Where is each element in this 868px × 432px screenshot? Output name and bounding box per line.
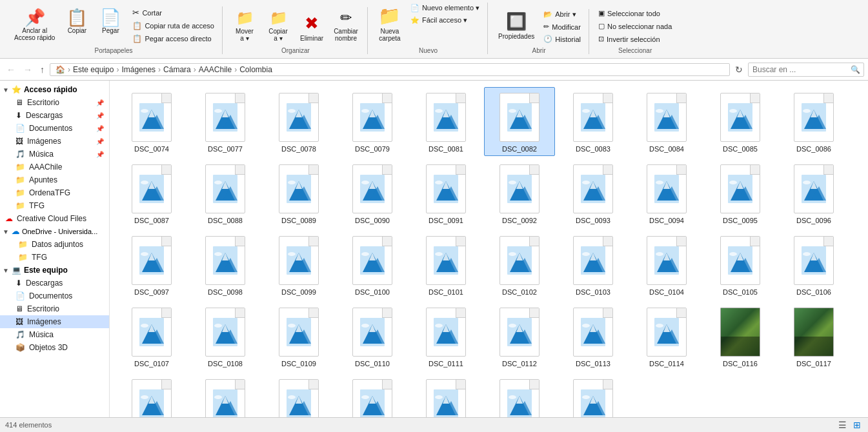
copy-to-button[interactable]: 📁 Copiara ▾ [263,7,294,44]
file-item[interactable]: DSC_0091 [410,159,481,228]
file-item[interactable]: DSC_0120 [263,373,334,417]
file-item[interactable]: DSC_0088 [190,159,261,228]
file-item[interactable]: DSC_0093 [558,159,629,228]
sidebar-item-documentos[interactable]: 📄 Documentos 📌 [0,122,109,135]
file-item[interactable]: DSC_0098 [190,230,261,299]
file-item[interactable]: DSC_0124 [558,373,629,417]
new-item-button[interactable]: 📄 Nuevo elemento ▾ [408,3,482,14]
back-button[interactable]: ← [4,63,18,76]
file-item[interactable]: DSC_0112 [484,302,555,371]
file-item[interactable]: DSC_0092 [484,159,555,228]
file-item[interactable]: DSC_0099 [263,230,334,299]
file-item[interactable]: DSC_0119 [190,373,261,417]
new-folder-button[interactable]: 📁 Nuevacarpeta [374,3,405,44]
file-item[interactable]: DSC_0108 [190,302,261,371]
file-item[interactable]: DSC_0109 [263,302,334,371]
select-none-button[interactable]: ▢ No seleccionar nada [596,21,674,32]
file-item[interactable]: DSC_0078 [263,87,334,156]
sidebar-item-ordenatfg[interactable]: 📁 OrdenaTFG [0,186,109,199]
file-item[interactable]: DSC_0104 [631,230,702,299]
file-item[interactable]: DSC_0106 [778,230,849,299]
breadcrumb[interactable]: 🏠 › Este equipo › Imágenes › Cámara › AA… [50,63,730,76]
up-button[interactable]: ↑ [37,63,47,76]
file-item[interactable]: DSC_0101 [410,230,481,299]
sidebar-item-musica[interactable]: 🎵 Música 📌 [0,148,109,161]
file-item[interactable]: DSC_0114 [631,302,702,371]
sidebar-item-musica2[interactable]: 🎵 Música [0,328,109,341]
file-item[interactable]: DSC_0077 [190,87,261,156]
delete-button[interactable]: ✖ Eliminar [296,11,327,44]
sidebar-item-descargas[interactable]: ⬇ Descargas 📌 [0,109,109,122]
breadcrumb-aaachile[interactable]: AAAChile [199,65,232,74]
paste-button[interactable]: 📄 Pegar [95,6,126,37]
sidebar-item-apuntes[interactable]: 📁 Apuntes [0,173,109,186]
copy-path-button[interactable]: 📋 Copiar ruta de acceso [130,20,217,32]
file-item[interactable]: DSC_0079 [337,87,408,156]
file-item[interactable]: DSC_0085 [705,87,776,156]
move-button[interactable]: 📁 Movera ▾ [229,7,260,44]
file-item[interactable]: DSC_0111 [410,302,481,371]
copy-button[interactable]: 📋 Copiar [61,6,92,37]
file-item[interactable]: DSC_0074 [116,87,187,156]
invert-selection-button[interactable]: ⊡ Invertir selección [596,34,674,44]
sidebar-item-imagenes[interactable]: 🖼 Imágenes 📌 [0,135,109,148]
file-item[interactable]: DSC_0095 [705,159,776,228]
sidebar-item-escritorio2[interactable]: 🖥 Escritorio [0,302,109,315]
forward-button[interactable]: → [21,63,35,76]
easy-access-button[interactable]: ⭐ Fácil acceso ▾ [408,15,482,26]
file-item[interactable]: DSC_0094 [631,159,702,228]
breadcrumb-imagenes[interactable]: Imágenes [121,65,156,74]
open-button[interactable]: 📂 Abrir ▾ [541,9,583,20]
file-item[interactable]: DSC_0090 [337,159,408,228]
sidebar-item-descargas2[interactable]: ⬇ Descargas [0,277,109,290]
file-item[interactable]: DSC_0086 [778,87,849,156]
sidebar-item-aaachile[interactable]: 📁 AAAChile [0,161,109,173]
file-item[interactable]: DSC_0113 [558,302,629,371]
file-item[interactable]: DSC_0081 [410,87,481,156]
file-item[interactable]: DSC_0100 [337,230,408,299]
sidebar-item-escritorio[interactable]: 🖥 Escritorio 📌 [0,96,109,109]
file-item[interactable]: DSC_0122 [410,373,481,417]
details-view-button[interactable]: ☰ [836,419,849,431]
cut-button[interactable]: ✂ Cortar [130,6,217,19]
file-item[interactable]: DSC_0123 [484,373,555,417]
breadcrumb-camara[interactable]: Cámara [163,65,191,74]
refresh-button[interactable]: ↻ [732,63,745,76]
file-item[interactable]: DSC_0083 [558,87,629,156]
file-item[interactable]: DSC_0082 [484,87,555,156]
sidebar-item-documentos2[interactable]: 📄 Documentos [0,290,109,302]
sidebar-item-creative-cloud[interactable]: ☁ Creative Cloud Files [0,212,109,225]
sidebar-item-datos-adjuntos[interactable]: 📁 Datos adjuntos [0,238,109,251]
select-all-button[interactable]: ▣ Seleccionar todo [596,8,674,19]
file-item[interactable]: DSC_0105 [705,230,776,299]
file-item[interactable]: DSC_0121 [337,373,408,417]
sidebar-item-quick-access[interactable]: ▼ ⭐ Acceso rápido [0,83,109,96]
file-item[interactable]: DSC_0107 [116,302,187,371]
pin-button[interactable]: 📌 Anclar alAcceso rápido [10,6,59,44]
modify-button[interactable]: ✏ Modificar [541,21,583,32]
file-item[interactable]: DSC_0097 [116,230,187,299]
file-item[interactable]: DSC_0102 [484,230,555,299]
sidebar-item-onedrive[interactable]: ▼ ☁ OneDrive - Universida... [0,225,109,238]
sidebar-item-tfg[interactable]: 📁 TFG [0,199,109,212]
sidebar-item-este-equipo[interactable]: ▼ 💻 Este equipo [0,264,109,277]
file-item[interactable]: DSC_0116 [705,302,776,371]
breadcrumb-computer[interactable]: Este equipo [73,65,114,74]
file-item[interactable]: DSC_0089 [263,159,334,228]
file-item[interactable]: DSC_0110 [337,302,408,371]
file-item[interactable]: DSC_0084 [631,87,702,156]
file-item[interactable]: DSC_0103 [558,230,629,299]
file-item[interactable]: DSC_0096 [778,159,849,228]
rename-button[interactable]: ✏ Cambiarnombre [330,7,362,44]
file-item[interactable]: DSC_0117 [778,302,849,371]
paste-shortcut-button[interactable]: 📋 Pegar acceso directo [130,33,217,44]
properties-button[interactable]: 🔲 Propiedades [494,9,538,43]
sidebar-item-objetos3d[interactable]: 📦 Objetos 3D [0,341,109,354]
sidebar-item-tfg2[interactable]: 📁 TFG [0,251,109,264]
file-item[interactable]: DSC_0118 [116,373,187,417]
breadcrumb-colombia[interactable]: Colombia [239,65,272,74]
sidebar-item-imagenes2[interactable]: 🖼 Imágenes [0,315,109,328]
history-button[interactable]: 🕐 Historial [541,34,583,44]
file-item[interactable]: DSC_0087 [116,159,187,228]
large-icons-view-button[interactable]: ⊞ [851,419,863,431]
